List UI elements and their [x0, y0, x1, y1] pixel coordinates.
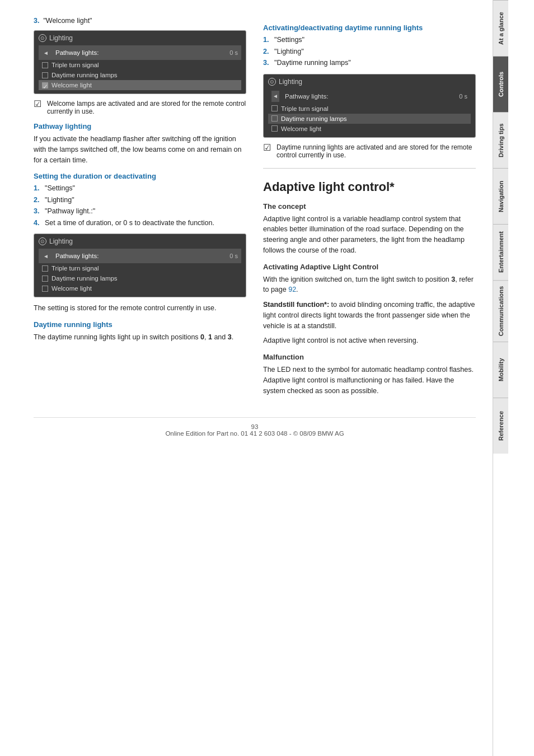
- malfunction-heading: Malfunction: [263, 353, 476, 361]
- screen3-welcome-label: Welcome light: [281, 125, 321, 132]
- sidebar-tab-driving-tips[interactable]: Driving tips: [493, 112, 508, 168]
- screen1-welcome-checkbox: ✓: [42, 82, 48, 88]
- screen2-pathway-value: 0 s: [229, 253, 238, 259]
- screen2-welcome-checkbox: [42, 286, 48, 292]
- checkmark-text-2: Daytime running lights are activated and…: [277, 143, 476, 159]
- step-text-3: "Pathway light.:": [45, 207, 95, 217]
- screen1-row-welcome: ✓ Welcome light: [39, 80, 241, 90]
- right-column: Activating/deactivating daytime running …: [263, 17, 476, 400]
- screen3-row-triple: Triple turn signal: [268, 104, 471, 114]
- screen3-pathway-value: 0 s: [459, 93, 467, 100]
- screen3-daytime-checkbox: [271, 115, 278, 122]
- pathway-text: If you activate the headlamp flasher aft…: [34, 134, 246, 165]
- screen2-pathway-label: Pathway lights:: [55, 253, 99, 259]
- setting-step-2: 2. "Lighting": [34, 195, 246, 206]
- step-num-1: 1.: [34, 184, 41, 194]
- setting-steps: 1. "Settings" 2. "Lighting" 3. "Pathway …: [34, 184, 246, 228]
- step-num-2: 2.: [34, 195, 41, 206]
- sidebar-tab-at-a-glance[interactable]: At a glance: [493, 0, 508, 56]
- setting-step-1: 1. "Settings": [34, 184, 246, 194]
- act-step-num-1: 1.: [263, 35, 271, 45]
- left-nav-btn-1: ◄: [42, 47, 50, 58]
- daytime-heading: Daytime running lights: [34, 320, 246, 329]
- screen2-daytime-checkbox: [42, 276, 48, 282]
- setting-step-4: 4. Set a time of duration, or 0 s to dea…: [34, 218, 246, 228]
- activating-standstill-text: Standstill function*: to avoid blinding …: [263, 300, 476, 331]
- activating-heading: Activating Adaptive Light Control: [263, 263, 476, 271]
- screen1-triple-checkbox: [42, 62, 48, 68]
- checkmark-text-1: Welcome lamps are activated and are stor…: [47, 100, 246, 115]
- act-step-num-2: 2.: [263, 47, 271, 57]
- screen2-row-triple: Triple turn signal: [39, 263, 241, 273]
- sidebar-tab-controls[interactable]: Controls: [493, 56, 508, 112]
- activating-reversing-text: Adaptive light control is not active whe…: [263, 335, 476, 346]
- act-step-num-3: 3.: [263, 58, 271, 68]
- bold-3: 3: [228, 333, 232, 341]
- pathway-heading: Pathway lighting: [34, 122, 246, 130]
- act-deact-step-2: 2. "Lighting": [263, 47, 476, 57]
- act-deact-heading: Activating/deactivating daytime running …: [263, 24, 476, 32]
- screen1-title: Lighting: [49, 34, 73, 42]
- checkmark-icon-2: ☑: [263, 143, 273, 152]
- screen1-header: ⊙ Lighting: [39, 34, 241, 42]
- act-step-text-1: "Settings": [274, 35, 305, 45]
- footer: 93 Online Edition for Part no. 01 41 2 6…: [34, 417, 476, 437]
- daytime-text: The daytime running lights light up in s…: [34, 332, 246, 343]
- left-column: 3. "Welcome light" ⊙ Lighting ◄ Pathway …: [34, 17, 246, 400]
- activating-text: With the ignition switched on, turn the …: [263, 274, 476, 296]
- screen2-row-pathway: ◄ Pathway lights: 0 s: [39, 249, 241, 263]
- act-step-text-3: "Daytime running lamps": [274, 58, 351, 68]
- screen1-welcome-label: Welcome light: [51, 82, 92, 88]
- screen2-row-welcome: Welcome light: [39, 283, 241, 293]
- lighting-icon-1: ⊙: [39, 34, 46, 42]
- concept-heading: The concept: [263, 202, 476, 211]
- page-link-92[interactable]: 92: [288, 286, 296, 293]
- sidebar-tabs: At a glance Controls Driving tips Naviga…: [493, 0, 508, 756]
- screen1-daytime-checkbox: [42, 72, 48, 78]
- sidebar-tab-entertainment[interactable]: Entertainment: [493, 224, 508, 280]
- screen1-triple-label: Triple turn signal: [51, 62, 99, 68]
- act-deact-step-3: 3. "Daytime running lamps": [263, 58, 476, 68]
- checkmark-note-2: ☑ Daytime running lights are activated a…: [263, 143, 476, 159]
- step-text-4: Set a time of duration, or 0 s to deacti…: [45, 218, 214, 228]
- screen2-header: ⊙ Lighting: [39, 237, 241, 245]
- footer-text: Online Edition for Part no. 01 41 2 603 …: [165, 430, 344, 437]
- screen2-welcome-label: Welcome light: [51, 285, 92, 292]
- screen3-title: Lighting: [279, 78, 302, 86]
- sidebar-tab-mobility[interactable]: Mobility: [493, 342, 508, 398]
- left-nav-btn-2: ◄: [42, 250, 50, 262]
- screen3-row-welcome: Welcome light: [268, 124, 471, 134]
- sidebar-tab-navigation[interactable]: Navigation: [493, 168, 508, 224]
- screen3-welcome-checkbox: [271, 125, 278, 132]
- concept-text: Adaptive light control is a variable hea…: [263, 214, 476, 256]
- screen3-triple-checkbox: [271, 105, 278, 111]
- act-deact-steps: 1. "Settings" 2. "Lighting" 3. "Daytime …: [263, 35, 476, 68]
- step-text-1: "Settings": [45, 184, 75, 194]
- screen1-pathway-value: 0 s: [229, 49, 238, 56]
- sidebar-tab-reference[interactable]: Reference: [493, 398, 508, 454]
- screen2-note: The setting is stored for the remote con…: [34, 303, 246, 314]
- malfunction-text: The LED next to the symbol for automatic…: [263, 365, 476, 396]
- step-num-4: 4.: [34, 218, 41, 228]
- step3-num: 3.: [34, 17, 39, 25]
- section-divider: [263, 168, 476, 169]
- standstill-bold: Standstill function*:: [263, 301, 329, 309]
- screen1-daytime-label: Daytime running lamps: [51, 72, 118, 78]
- screen1-row-pathway: ◄ Pathway lights: 0 s: [39, 45, 241, 60]
- left-nav-btn-3: ◄: [271, 91, 279, 102]
- bold-0: 0: [200, 333, 204, 341]
- screen3-row-pathway: ◄ Pathway lights: 0 s: [268, 89, 471, 104]
- screen3-triple-label: Triple turn signal: [281, 105, 329, 112]
- screen2-daytime-label: Daytime running lamps: [51, 275, 118, 282]
- step3-text: "Welcome light": [43, 17, 92, 25]
- sidebar-tab-communications[interactable]: Communications: [493, 280, 508, 342]
- checkmark-icon-1: ☑: [34, 100, 44, 109]
- checkmark-note-1: ☑ Welcome lamps are activated and are st…: [34, 100, 246, 115]
- setting-heading: Setting the duration or deactivating: [34, 172, 246, 180]
- screen1-row-daytime: Daytime running lamps: [39, 70, 241, 80]
- act-step-text-2: "Lighting": [274, 47, 304, 57]
- screen2-triple-label: Triple turn signal: [51, 265, 99, 272]
- screen3-pathway-label: Pathway lights:: [285, 93, 328, 100]
- screen2-row-daytime: Daytime running lamps: [39, 273, 241, 283]
- step3-label: 3. "Welcome light": [34, 17, 246, 25]
